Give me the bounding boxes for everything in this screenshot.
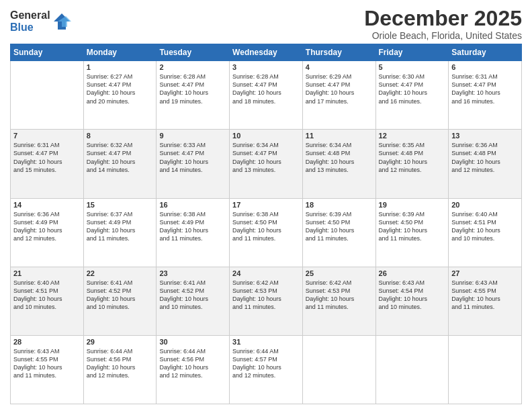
day-info: Sunrise: 6:32 AM Sunset: 4:47 PM Dayligh… [87,141,154,174]
day-cell: 19Sunrise: 6:39 AM Sunset: 4:50 PM Dayli… [375,198,449,267]
day-cell: 12Sunrise: 6:35 AM Sunset: 4:48 PM Dayli… [375,130,449,198]
week-row-5: 28Sunrise: 6:43 AM Sunset: 4:55 PM Dayli… [11,335,522,404]
day-info: Sunrise: 6:34 AM Sunset: 4:47 PM Dayligh… [232,141,300,174]
day-number: 20 [451,201,519,209]
day-cell [11,61,84,130]
logo-blue: Blue [10,21,50,34]
day-cell: 26Sunrise: 6:43 AM Sunset: 4:54 PM Dayli… [375,267,449,335]
day-number: 7 [13,132,81,140]
day-info: Sunrise: 6:28 AM Sunset: 4:47 PM Dayligh… [232,73,300,105]
day-number: 15 [87,201,154,209]
day-cell: 31Sunrise: 6:44 AM Sunset: 4:57 PM Dayli… [230,335,303,404]
day-number: 31 [232,338,300,346]
day-cell: 4Sunrise: 6:29 AM Sunset: 4:47 PM Daylig… [302,61,375,130]
day-number: 13 [451,132,519,140]
day-info: Sunrise: 6:33 AM Sunset: 4:47 PM Dayligh… [159,141,226,174]
day-info: Sunrise: 6:36 AM Sunset: 4:49 PM Dayligh… [13,210,81,243]
day-cell: 14Sunrise: 6:36 AM Sunset: 4:49 PM Dayli… [11,198,84,267]
day-info: Sunrise: 6:38 AM Sunset: 4:49 PM Dayligh… [159,210,226,243]
day-info: Sunrise: 6:35 AM Sunset: 4:48 PM Dayligh… [379,141,446,174]
day-cell: 30Sunrise: 6:44 AM Sunset: 4:56 PM Dayli… [157,335,230,404]
month-title: December 2025 [364,7,522,30]
day-info: Sunrise: 6:27 AM Sunset: 4:47 PM Dayligh… [87,73,154,105]
title-block: December 2025 Oriole Beach, Florida, Uni… [364,7,522,41]
weekday-header-monday: Monday [83,44,157,61]
day-info: Sunrise: 6:39 AM Sunset: 4:50 PM Dayligh… [379,210,446,243]
day-number: 27 [451,269,519,277]
day-number: 3 [232,63,300,71]
weekday-header-sunday: Sunday [11,44,84,61]
day-cell: 20Sunrise: 6:40 AM Sunset: 4:51 PM Dayli… [449,198,522,267]
day-cell: 8Sunrise: 6:32 AM Sunset: 4:47 PM Daylig… [83,130,157,198]
day-cell [449,335,522,404]
day-number: 17 [232,201,300,209]
day-cell: 21Sunrise: 6:40 AM Sunset: 4:51 PM Dayli… [11,267,84,335]
day-cell: 11Sunrise: 6:34 AM Sunset: 4:48 PM Dayli… [302,130,375,198]
day-info: Sunrise: 6:44 AM Sunset: 4:56 PM Dayligh… [87,347,154,380]
day-cell: 3Sunrise: 6:28 AM Sunset: 4:47 PM Daylig… [230,61,303,130]
day-info: Sunrise: 6:36 AM Sunset: 4:48 PM Dayligh… [451,141,519,174]
day-number: 12 [379,132,446,140]
day-cell: 16Sunrise: 6:38 AM Sunset: 4:49 PM Dayli… [157,198,230,267]
day-info: Sunrise: 6:40 AM Sunset: 4:51 PM Dayligh… [13,279,81,312]
day-info: Sunrise: 6:38 AM Sunset: 4:50 PM Dayligh… [232,210,300,243]
day-number: 25 [306,269,373,277]
week-row-4: 21Sunrise: 6:40 AM Sunset: 4:51 PM Dayli… [11,267,522,335]
day-number: 26 [379,269,446,277]
day-cell: 28Sunrise: 6:43 AM Sunset: 4:55 PM Dayli… [11,335,84,404]
day-number: 24 [232,269,300,277]
day-number: 6 [451,63,519,71]
day-number: 22 [87,269,154,277]
day-number: 8 [87,132,154,140]
weekday-header-wednesday: Wednesday [230,44,303,61]
day-number: 18 [306,201,373,209]
day-cell: 10Sunrise: 6:34 AM Sunset: 4:47 PM Dayli… [230,130,303,198]
day-number: 30 [159,338,226,346]
day-cell: 15Sunrise: 6:37 AM Sunset: 4:49 PM Dayli… [83,198,157,267]
day-number: 14 [13,201,81,209]
day-cell: 17Sunrise: 6:38 AM Sunset: 4:50 PM Dayli… [230,198,303,267]
logo-icon [52,12,71,31]
calendar-table: SundayMondayTuesdayWednesdayThursdayFrid… [10,44,522,404]
day-number: 16 [159,201,226,209]
day-info: Sunrise: 6:29 AM Sunset: 4:47 PM Dayligh… [306,73,373,105]
day-number: 9 [159,132,226,140]
day-cell: 27Sunrise: 6:43 AM Sunset: 4:55 PM Dayli… [449,267,522,335]
day-cell: 7Sunrise: 6:31 AM Sunset: 4:47 PM Daylig… [11,130,84,198]
day-number: 23 [159,269,226,277]
day-cell: 2Sunrise: 6:28 AM Sunset: 4:47 PM Daylig… [157,61,230,130]
day-cell [375,335,449,404]
day-cell: 9Sunrise: 6:33 AM Sunset: 4:47 PM Daylig… [157,130,230,198]
weekday-header-friday: Friday [375,44,449,61]
day-number: 1 [87,63,154,71]
day-info: Sunrise: 6:44 AM Sunset: 4:57 PM Dayligh… [232,347,300,380]
day-number: 28 [13,338,81,346]
day-info: Sunrise: 6:28 AM Sunset: 4:47 PM Dayligh… [159,73,226,105]
day-info: Sunrise: 6:41 AM Sunset: 4:52 PM Dayligh… [159,279,226,312]
logo-general: General [10,9,50,21]
day-info: Sunrise: 6:31 AM Sunset: 4:47 PM Dayligh… [451,73,519,105]
day-cell: 25Sunrise: 6:42 AM Sunset: 4:53 PM Dayli… [302,267,375,335]
day-number: 5 [379,63,446,71]
day-info: Sunrise: 6:44 AM Sunset: 4:56 PM Dayligh… [159,347,226,380]
day-number: 2 [159,63,226,71]
day-cell: 24Sunrise: 6:42 AM Sunset: 4:53 PM Dayli… [230,267,303,335]
day-info: Sunrise: 6:30 AM Sunset: 4:47 PM Dayligh… [379,73,446,105]
day-cell: 23Sunrise: 6:41 AM Sunset: 4:52 PM Dayli… [157,267,230,335]
weekday-header-thursday: Thursday [302,44,375,61]
day-cell: 5Sunrise: 6:30 AM Sunset: 4:47 PM Daylig… [375,61,449,130]
calendar-page: General Blue December 2025 Oriole Beach,… [0,0,532,411]
header: General Blue December 2025 Oriole Beach,… [10,7,522,41]
day-info: Sunrise: 6:31 AM Sunset: 4:47 PM Dayligh… [13,141,81,174]
day-number: 29 [87,338,154,346]
day-cell: 1Sunrise: 6:27 AM Sunset: 4:47 PM Daylig… [83,61,157,130]
weekday-header-saturday: Saturday [449,44,522,61]
week-row-3: 14Sunrise: 6:36 AM Sunset: 4:49 PM Dayli… [11,198,522,267]
day-info: Sunrise: 6:41 AM Sunset: 4:52 PM Dayligh… [87,279,154,312]
day-info: Sunrise: 6:43 AM Sunset: 4:55 PM Dayligh… [451,279,519,312]
day-cell: 18Sunrise: 6:39 AM Sunset: 4:50 PM Dayli… [302,198,375,267]
day-cell: 29Sunrise: 6:44 AM Sunset: 4:56 PM Dayli… [83,335,157,404]
day-number: 10 [232,132,300,140]
day-info: Sunrise: 6:42 AM Sunset: 4:53 PM Dayligh… [232,279,300,312]
weekday-header-tuesday: Tuesday [157,44,230,61]
